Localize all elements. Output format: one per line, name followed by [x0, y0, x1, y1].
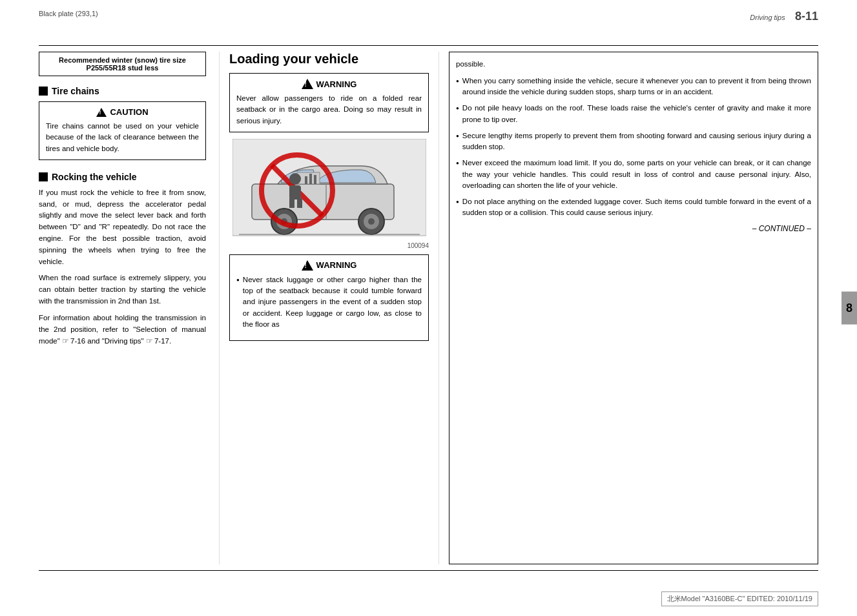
rocking-para2: When the road surface is extremely slipp…: [39, 272, 206, 307]
ref-link-2: 7-17.: [146, 337, 171, 345]
illustration-container: [229, 139, 429, 239]
warning-list-mid: Never stack luggage or other cargo highe…: [236, 274, 422, 330]
tire-chains-heading: Tire chains: [39, 86, 206, 96]
right-bullet-3: Secure lengthy items properly to prevent…: [456, 130, 811, 153]
no-passenger-illustration: [232, 139, 426, 239]
rocking-heading: Rocking the vehicle: [39, 172, 206, 182]
right-col-box: possible. When you carry something insid…: [449, 52, 818, 564]
warning-text-1: Never allow passengers to ride on a fold…: [236, 93, 422, 127]
right-column: possible. When you carry something insid…: [439, 52, 818, 564]
rocking-para1: If you must rock the vehicle to free it …: [39, 187, 206, 268]
page-number: 8-11: [795, 10, 818, 23]
warning-triangle-icon-1: !: [302, 79, 313, 89]
rocking-label: Rocking the vehicle: [52, 172, 136, 182]
footer-model-info: 北米Model "A3160BE-C" EDITED: 2010/11/19: [661, 591, 818, 606]
right-bullet-4: Never exceed the maximum load limit. If …: [456, 158, 811, 191]
driving-tips-label: Driving tips: [750, 14, 785, 21]
square-icon-rocking: [39, 172, 48, 181]
svg-rect-13: [314, 175, 316, 184]
plate-info: Black plate (293,1): [39, 10, 98, 17]
mid-column: Loading your vehicle ! WARNING Never all…: [220, 52, 439, 564]
warning-title-1: ! WARNING: [236, 79, 422, 89]
page-header: Black plate (293,1) Driving tips 8-11: [0, 10, 857, 23]
page-footer: 北米Model "A3160BE-C" EDITED: 2010/11/19: [0, 591, 857, 606]
warning-box-1: ! WARNING Never allow passengers to ride…: [229, 73, 429, 132]
right-bullet-2: Do not pile heavy loads on the roof. The…: [456, 103, 811, 125]
svg-rect-17: [289, 185, 301, 200]
warning-title-2: ! WARNING: [236, 260, 422, 271]
tire-size-line2: P255/55R18 stud less: [46, 64, 199, 72]
page-header-right: Driving tips 8-11: [750, 10, 818, 23]
tire-size-line1: Recommended winter (snow) tire size: [46, 56, 199, 64]
image-caption: 100094: [229, 242, 429, 249]
chapter-tab: 8: [842, 292, 857, 325]
loading-heading: Loading your vehicle: [229, 52, 429, 67]
tire-chains-label: Tire chains: [52, 86, 99, 96]
svg-point-8: [368, 218, 375, 225]
ref-link-1: 7-16: [62, 337, 85, 345]
square-icon-tire-chains: [39, 87, 48, 96]
continued-label: – CONTINUED –: [456, 224, 811, 233]
svg-rect-12: [309, 174, 312, 184]
right-warning-list: When you carry something inside the vehi…: [456, 76, 811, 219]
top-rule: [39, 45, 818, 46]
warning-bullet-mid-1: Never stack luggage or other cargo highe…: [236, 274, 422, 330]
svg-rect-11: [305, 176, 307, 184]
warning-box-2: ! WARNING Never stack luggage or other c…: [229, 254, 429, 341]
rocking-para3: For information about holding the transm…: [39, 313, 206, 347]
tire-size-box: Recommended winter (snow) tire size P255…: [39, 52, 206, 76]
svg-point-16: [289, 173, 301, 185]
svg-rect-18: [289, 198, 294, 208]
bottom-rule: [39, 570, 818, 571]
left-column: Recommended winter (snow) tire size P255…: [39, 52, 220, 564]
warning-triangle-icon-2: !: [302, 260, 313, 271]
caution-text: Tire chains cannot be used on your vehic…: [46, 121, 199, 154]
main-content: Recommended winter (snow) tire size P255…: [39, 52, 818, 564]
continued-possible: possible.: [456, 59, 811, 70]
right-bullet-5: Do not place anything on the extended lu…: [456, 196, 811, 219]
svg-rect-19: [297, 198, 302, 208]
right-bullet-1: When you carry something inside the vehi…: [456, 76, 811, 98]
caution-triangle-icon: !: [96, 108, 107, 117]
caution-box: ! CAUTION Tire chains cannot be used on …: [39, 101, 206, 160]
page-container: Black plate (293,1) Driving tips 8-11 Re…: [0, 0, 857, 616]
caution-title: ! CAUTION: [46, 107, 199, 117]
